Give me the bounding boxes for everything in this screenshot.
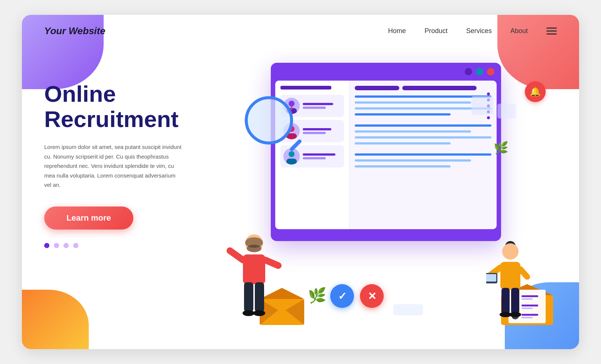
svg-point-16 [253,310,265,316]
browser-dot-red [487,68,494,75]
dot-2[interactable] [54,243,59,248]
learn-more-button[interactable]: Learn more [44,207,133,230]
svg-rect-25 [511,288,519,314]
person-left-svg [226,232,282,321]
svg-rect-24 [501,288,510,314]
svg-point-9 [245,237,263,248]
browser-dot-teal [476,68,483,75]
nav-services[interactable]: Services [466,27,492,35]
svg-rect-6 [286,159,297,165]
hamburger-menu-icon[interactable] [546,27,557,35]
plant-right-icon: 🌿 [494,141,509,155]
hero-title: Online Recruitment [44,81,215,132]
svg-rect-23 [486,274,496,282]
browser-dot-purple [465,68,472,75]
deco-square-3 [393,304,423,315]
svg-point-27 [509,312,521,317]
browser-content [275,81,497,229]
dot-3[interactable] [64,243,69,248]
svg-line-11 [230,251,243,260]
deco-square-1 [471,96,494,115]
svg-rect-14 [255,282,264,312]
pagination-dots [44,243,215,248]
hero-description: Lorem ipsum dolor sit amet, sea putant s… [44,142,182,190]
svg-rect-10 [243,254,265,284]
person-right-svg [486,240,535,321]
candidate-lines-1 [303,103,341,109]
nav-product[interactable]: Product [425,27,448,35]
svg-point-5 [289,151,295,157]
check-button[interactable]: ✓ [330,284,354,308]
brand-logo: Your Website [44,25,105,37]
browser-top-bars [355,86,491,90]
svg-point-15 [243,310,254,316]
browser-titlebar [271,63,501,81]
nav-links: Home Product Services About [388,27,557,35]
svg-line-21 [520,269,527,277]
nav-home[interactable]: Home [388,27,406,35]
browser-window [271,63,501,241]
navbar: Your Website Home Product Services About [22,15,579,44]
svg-line-12 [265,260,278,266]
plant-left-icon: 🌿 [308,287,327,304]
right-panel: 🔔 🌿 🌿 [215,52,557,345]
svg-rect-19 [500,262,520,290]
candidate-lines-3 [303,153,341,159]
reject-button[interactable]: ✕ [360,284,384,308]
dot-4[interactable] [73,243,78,248]
page-container: Your Website Home Product Services About… [22,15,579,349]
nav-about[interactable]: About [510,27,528,35]
person-left [226,232,282,323]
svg-point-0 [289,101,295,107]
candidate-list [275,81,350,229]
candidate-lines-2 [303,128,341,134]
svg-point-18 [502,243,519,260]
svg-rect-13 [244,282,253,312]
person-right [486,240,535,323]
left-panel: Online Recruitment Lorem ipsum dolor sit… [44,52,215,248]
svg-rect-2 [291,107,292,110]
deco-square-2 [497,104,516,118]
main-content: Online Recruitment Lorem ipsum dolor sit… [22,44,579,345]
dot-1[interactable] [44,243,49,248]
notification-bell-icon: 🔔 [525,81,546,102]
magnifier-icon [245,96,293,144]
